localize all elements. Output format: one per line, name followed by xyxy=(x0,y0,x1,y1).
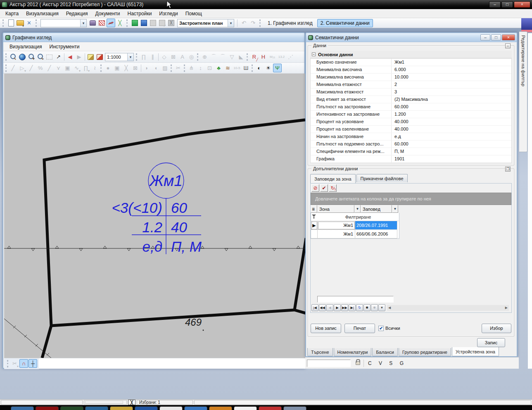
cut-icon[interactable]: ✂ xyxy=(174,64,183,72)
menu-item[interactable]: Инструменти xyxy=(46,43,83,50)
view-switch-button[interactable]: 2. Семантични данни xyxy=(317,19,373,27)
view-switch-button[interactable]: 1. Графичен изглед xyxy=(264,19,316,27)
funnel-icon[interactable] xyxy=(312,215,316,219)
order-cell-selected[interactable]: 208/26.07.1991 xyxy=(355,221,397,230)
property-row[interactable]: Плътност на подземно застро... 60.000 xyxy=(311,141,511,148)
order-filter-dropdown-icon[interactable]: ▼ xyxy=(392,205,398,213)
zone-filter-dropdown-icon[interactable]: ▼ xyxy=(354,205,361,213)
snap-magnet-icon[interactable]: ∩ xyxy=(19,359,28,368)
draw-corner-icon[interactable]: ▽ xyxy=(228,52,236,61)
draw-angle-icon[interactable]: ◣ xyxy=(237,52,245,61)
edit-vertex-icon[interactable]: ╱ xyxy=(27,64,36,72)
move-point-icon[interactable]: ▷▾ xyxy=(18,64,26,72)
order-row[interactable]: Жм1 666/06.06.2006 xyxy=(311,230,399,238)
vegetation-icon[interactable]: Ψ xyxy=(273,64,282,72)
zoom-out-icon[interactable]: − xyxy=(36,52,45,61)
taskbar-item-6[interactable] xyxy=(135,406,158,410)
hatch-red-icon[interactable] xyxy=(97,19,106,27)
grid-green-icon[interactable]: ╳ xyxy=(116,19,124,27)
levels-icon[interactable]: 10-5 xyxy=(233,64,241,72)
toolbar-grip[interactable] xyxy=(126,19,128,27)
toolbar-grip[interactable] xyxy=(259,19,261,27)
draw-polygon-icon[interactable]: ◇ xyxy=(160,52,169,61)
property-row[interactable]: Минимална височина 6.000 xyxy=(311,66,511,74)
new-view-green-icon[interactable] xyxy=(131,19,139,27)
property-row[interactable]: Буквено означение Жм1 xyxy=(311,59,511,66)
draw-rect-icon[interactable]: ⊠ xyxy=(169,52,178,61)
chevron-down-icon[interactable]: ▾ xyxy=(80,19,86,27)
property-row[interactable]: Максимална височина 10.000 xyxy=(311,74,511,81)
collapse-group-button[interactable]: – xyxy=(505,43,511,48)
gauge-icon[interactable]: ⊡ xyxy=(205,64,214,72)
plan-combobox[interactable]: Застроителен план▾ xyxy=(177,19,234,27)
new-document-icon[interactable] xyxy=(7,19,15,27)
taskbar-item-12[interactable] xyxy=(283,406,306,410)
close-button[interactable]: × xyxy=(514,1,530,8)
regulation-line-icon[interactable]: R╱ xyxy=(250,52,259,61)
filter-records-icon[interactable]: ▼ xyxy=(378,304,385,311)
undo-icon[interactable]: ↶ xyxy=(240,19,248,27)
next-record-icon[interactable]: ▶ xyxy=(334,304,341,311)
menu-item[interactable]: Карта xyxy=(2,10,22,17)
order-row[interactable]: ▶ Жм1 208/26.07.1991 xyxy=(311,221,399,230)
split-segment-icon[interactable]: ╱ xyxy=(45,64,54,72)
area-icon[interactable]: ● xyxy=(104,64,112,72)
redraw-brush-icon[interactable] xyxy=(95,52,104,61)
expand-group-button[interactable]: ❒ xyxy=(505,167,511,172)
duplicate-view-icon[interactable] xyxy=(149,19,157,27)
world-view-icon[interactable] xyxy=(18,52,26,61)
snap-box-icon[interactable]: ▣ xyxy=(63,64,72,72)
property-row[interactable]: Начин на застрояване е.д xyxy=(311,133,511,141)
zoom-in-icon[interactable]: + xyxy=(27,52,36,61)
brightness-icon[interactable]: ☀ xyxy=(264,64,273,72)
collapse-section-icon[interactable]: − xyxy=(312,52,316,56)
draw-symbol-icon[interactable]: ◎ xyxy=(187,52,196,61)
section-header[interactable]: − Основни данни xyxy=(310,51,512,58)
lock-icon[interactable] xyxy=(356,361,360,365)
labels-check-icon[interactable]: аб xyxy=(107,19,115,27)
snap-point-icon[interactable]: ┼ xyxy=(28,359,37,368)
zone-cell[interactable]: Жм1 xyxy=(318,221,355,230)
choose-button[interactable]: Избор xyxy=(482,324,511,333)
bottom-tab[interactable]: Номенклатури xyxy=(334,348,372,356)
taskbar-item-5[interactable] xyxy=(110,406,133,410)
prev-page-icon[interactable]: ◀◀ xyxy=(319,304,326,311)
graphic-window-titlebar[interactable]: Графичен изглед xyxy=(3,33,304,42)
toolbar-grip[interactable] xyxy=(36,19,38,27)
snap-tool-icon[interactable]: ✂▾ xyxy=(10,359,19,368)
detach-view-icon[interactable]: ↗ xyxy=(158,19,166,27)
property-row[interactable]: Минимална етажност 2 xyxy=(311,81,511,88)
refresh-data-icon[interactable]: ↻! xyxy=(329,184,337,192)
close-view-icon[interactable]: ╳ xyxy=(167,19,176,27)
path-curve-icon[interactable]: ∿▾ xyxy=(72,64,81,72)
taskbar-item-start[interactable] xyxy=(11,406,34,410)
draw-arc-icon[interactable]: ⌒ xyxy=(209,52,218,61)
restore-button[interactable]: □ xyxy=(491,34,501,41)
smooth-icon[interactable]: ≀ xyxy=(90,64,99,72)
menu-item[interactable]: Изгледи xyxy=(155,10,181,17)
half-fill-icon[interactable]: ◖ xyxy=(152,64,160,72)
draw-node-icon[interactable]: ∏ xyxy=(139,52,148,61)
zone-cell[interactable]: Жм1 xyxy=(318,230,355,238)
terrain-icon[interactable]: ≋ xyxy=(223,64,232,72)
property-row[interactable]: Специфични елементи на реж... П, М xyxy=(311,148,511,155)
taskbar-item-4[interactable] xyxy=(85,406,108,410)
minimize-button[interactable]: – xyxy=(489,1,501,8)
all-checkbox-group[interactable]: ✔ Всички xyxy=(378,326,400,331)
refresh-brush-icon[interactable] xyxy=(86,52,95,61)
confirm-edit-icon[interactable]: ✔ xyxy=(320,184,328,192)
area-box-icon[interactable]: ▣ xyxy=(113,64,121,72)
cancel-selection-icon[interactable]: ╳ xyxy=(128,400,135,405)
bottom-tab[interactable]: Устройствена зона xyxy=(452,347,499,356)
tab[interactable]: Заповеди за зона xyxy=(310,174,356,183)
new-view-blue-icon[interactable] xyxy=(140,19,148,27)
menu-item[interactable]: Документи xyxy=(92,10,124,17)
append-record-icon[interactable]: ✱ xyxy=(371,304,378,311)
column-header-zone[interactable]: Зона xyxy=(317,205,354,213)
taskbar-item-10[interactable] xyxy=(234,406,257,410)
chevron-down-icon[interactable]: ▾ xyxy=(127,53,133,61)
map-canvas[interactable]: Жм1 <3(<10) 60 1.2 40 е,д П, М 469 xyxy=(4,74,305,358)
taskbar-item-3[interactable] xyxy=(60,406,83,410)
hatch-box-icon[interactable]: ▨ xyxy=(161,64,169,72)
scroll-left-icon[interactable]: ◀ xyxy=(388,306,391,310)
